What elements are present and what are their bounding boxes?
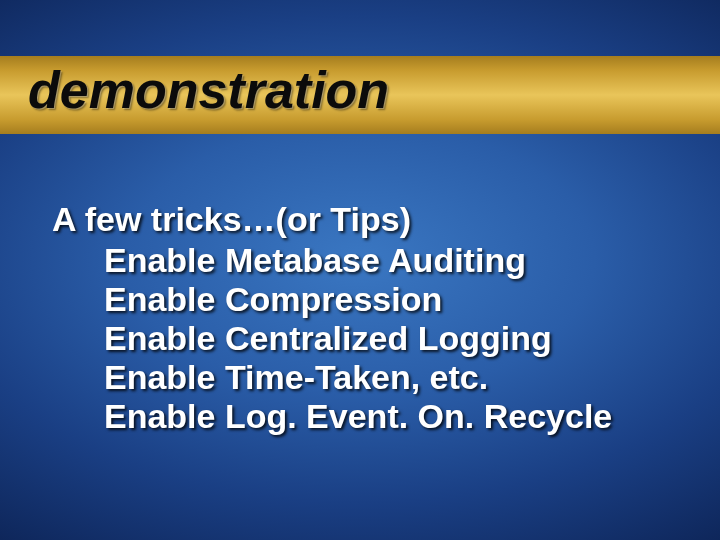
list-item: Enable Log. Event. On. Recycle xyxy=(52,397,690,436)
list-item: Enable Metabase Auditing xyxy=(52,241,690,280)
slide-body: A few tricks…(or Tips) Enable Metabase A… xyxy=(52,200,690,437)
list-item: Enable Centralized Logging xyxy=(52,319,690,358)
slide-title: demonstration xyxy=(28,60,389,120)
list-item: Enable Time-Taken, etc. xyxy=(52,358,690,397)
list-item: Enable Compression xyxy=(52,280,690,319)
body-heading: A few tricks…(or Tips) xyxy=(52,200,690,239)
slide: demonstration A few tricks…(or Tips) Ena… xyxy=(0,0,720,540)
